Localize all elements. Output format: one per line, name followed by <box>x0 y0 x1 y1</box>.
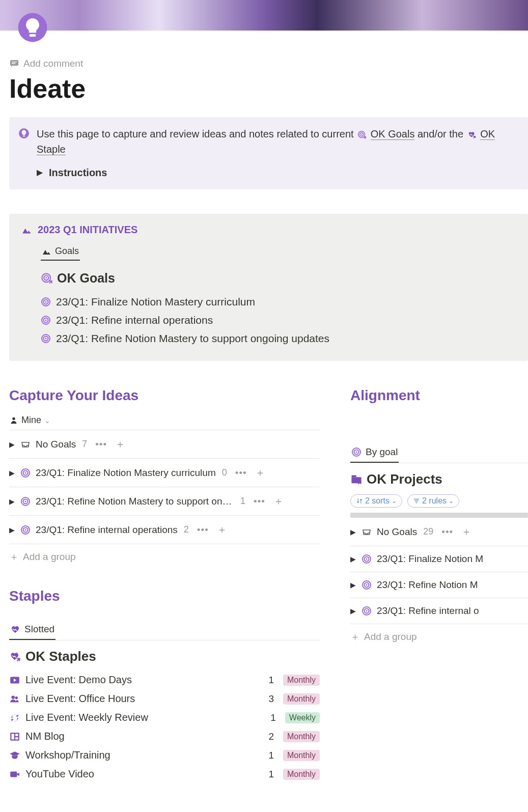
chevron-down-icon: ⌄ <box>392 497 397 505</box>
target-icon <box>357 130 367 139</box>
target-icon <box>41 297 51 307</box>
chevron-right-icon: ▶ <box>350 581 356 589</box>
initiatives-header[interactable]: 2023 Q1 INITIATIVES <box>21 224 516 236</box>
tab-goals[interactable]: Goals <box>41 243 80 261</box>
frequency-badge: Monthly <box>283 693 320 705</box>
plus-icon[interactable]: ＋ <box>461 525 471 539</box>
chevron-down-icon: ⌄ <box>449 497 454 505</box>
staple-row[interactable]: Live Event: Office Hours3Monthly <box>9 689 320 708</box>
add-group-button[interactable]: ＋ Add a group <box>9 544 320 570</box>
capture-heading: Capture Your Ideas <box>9 387 320 404</box>
group-row[interactable]: ▶23/Q1: Finalize Notion M <box>350 546 528 572</box>
frequency-badge: Monthly <box>283 769 320 780</box>
staples-heading: Staples <box>9 588 320 604</box>
tab-by-goal[interactable]: By goal <box>350 442 399 463</box>
frequency-badge: Monthly <box>283 750 320 761</box>
staple-row[interactable]: Workshop/Training1Monthly <box>9 746 320 765</box>
group-row[interactable]: ▶23/Q1: Finalize Notion Mastery curricul… <box>9 459 320 487</box>
inbox-icon <box>362 527 372 537</box>
chevron-right-icon: ▶ <box>9 440 15 449</box>
plus-icon[interactable]: ＋ <box>273 494 284 508</box>
more-icon[interactable]: ••• <box>235 467 247 479</box>
sort-icon <box>356 497 363 505</box>
more-icon[interactable]: ••• <box>441 526 453 538</box>
frequency-badge: Monthly <box>283 731 320 742</box>
target-icon <box>362 554 372 564</box>
plus-icon[interactable]: ＋ <box>217 523 227 537</box>
page-title[interactable]: Ideate <box>9 73 528 104</box>
more-icon[interactable]: ••• <box>95 439 107 450</box>
target-icon <box>362 580 372 590</box>
plus-icon: ＋ <box>9 550 19 564</box>
target-icon <box>41 333 51 344</box>
db-ok-goals[interactable]: OK Goals <box>41 271 516 286</box>
db-ok-projects[interactable]: OK Projects <box>350 471 528 487</box>
plus-icon: ＋ <box>350 630 360 643</box>
link-ok-goals[interactable]: OK Goals <box>371 128 415 140</box>
instructions-label: Instructions <box>49 165 107 180</box>
plus-icon[interactable]: ＋ <box>255 466 265 480</box>
page-icon[interactable] <box>15 10 50 45</box>
tab-slotted[interactable]: Slotted <box>9 620 55 640</box>
group-row[interactable]: ▶23/Q1: Refine Notion M <box>350 572 528 598</box>
group-row[interactable]: ▶No Goals7•••＋ <box>9 430 320 459</box>
chevron-right-icon: ▶ <box>350 528 356 536</box>
add-group-button[interactable]: ＋ Add a group <box>350 624 528 650</box>
group-row[interactable]: ▶23/Q1: Refine internal operations2•••＋ <box>9 516 320 544</box>
chevron-right-icon: ▶ <box>9 497 15 506</box>
more-icon[interactable]: ••• <box>197 524 209 536</box>
frequency-badge: Monthly <box>283 675 320 686</box>
staple-row[interactable]: NM Blog2Monthly <box>9 727 320 746</box>
initiatives-block: 2023 Q1 INITIATIVES Goals OK Goals 23/Q1… <box>9 214 528 361</box>
instructions-toggle[interactable]: ▶ Instructions <box>37 165 518 180</box>
staple-row[interactable]: Live Event: Weekly Review1Weekly <box>9 708 320 727</box>
goal-item[interactable]: 23/Q1: Finalize Notion Mastery curriculu… <box>41 293 516 311</box>
frequency-badge: Weekly <box>285 712 320 723</box>
chevron-right-icon: ▶ <box>37 166 43 179</box>
mountain-icon <box>21 225 33 235</box>
mountain-icon <box>42 247 52 256</box>
comment-icon <box>9 59 19 69</box>
add-comment-label: Add comment <box>23 58 83 69</box>
group-row[interactable]: ▶23/Q1: Refine Notion Mastery to support… <box>9 487 320 516</box>
cap-icon <box>9 750 20 761</box>
target-icon <box>351 447 362 457</box>
plus-icon[interactable]: ＋ <box>115 437 125 451</box>
group-row[interactable]: ▶No Goals29•••＋ <box>350 518 528 546</box>
sorts-pill[interactable]: 2 sorts ⌄ <box>350 494 402 508</box>
heart-icon <box>9 651 21 663</box>
goal-item[interactable]: 23/Q1: Refine internal operations <box>41 311 516 329</box>
refresh-icon <box>9 712 20 723</box>
lightbulb-icon <box>18 128 30 143</box>
chevron-right-icon: ▶ <box>9 469 15 477</box>
scroll-indicator <box>350 513 528 518</box>
staple-row[interactable]: YouTube Video1Monthly <box>9 765 320 783</box>
add-comment[interactable]: Add comment <box>9 56 528 71</box>
db-ok-staples[interactable]: OK Staples <box>9 649 320 664</box>
person-icon <box>9 416 18 425</box>
group-row[interactable]: ▶23/Q1: Refine internal o <box>350 598 528 624</box>
play-icon <box>9 675 20 686</box>
heart-icon <box>467 130 477 139</box>
layout-icon <box>9 731 20 742</box>
video-icon <box>9 769 20 780</box>
project-icon <box>350 473 363 486</box>
target-icon <box>362 606 372 616</box>
cover-image <box>0 0 528 31</box>
callout-text: Use this page to capture and review idea… <box>37 126 518 157</box>
people-icon <box>9 693 20 705</box>
filter-icon <box>413 497 420 505</box>
alignment-heading: Alignment <box>350 387 528 404</box>
target-icon <box>20 525 31 535</box>
staple-row[interactable]: Live Event: Demo Days1Monthly <box>9 670 320 689</box>
chevron-right-icon: ▶ <box>9 526 15 534</box>
more-icon[interactable]: ••• <box>254 496 265 507</box>
rules-pill[interactable]: 2 rules ⌄ <box>407 494 459 508</box>
target-icon <box>41 272 53 285</box>
view-selector-mine[interactable]: Mine ⌄ <box>9 411 320 430</box>
target-icon <box>41 315 51 325</box>
goal-item[interactable]: 23/Q1: Refine Notion Mastery to support … <box>41 329 516 348</box>
chevron-right-icon: ▶ <box>350 607 356 615</box>
inbox-icon <box>20 440 31 449</box>
chevron-down-icon: ⌄ <box>44 416 50 425</box>
